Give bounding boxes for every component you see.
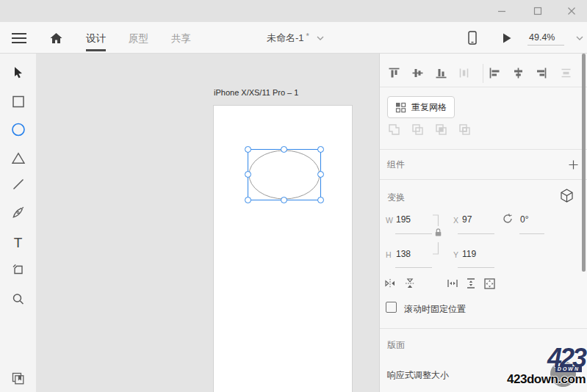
align-left-button[interactable] [489, 67, 501, 79]
artboard[interactable] [214, 106, 352, 392]
divider [380, 179, 587, 180]
resize-handle-nw[interactable] [245, 146, 251, 153]
flip-horizontal-button[interactable] [384, 277, 396, 289]
align-top-icon [388, 67, 400, 79]
divider [380, 149, 587, 150]
flip-horizontal-icon [384, 277, 396, 289]
align-right-icon [535, 67, 547, 79]
resize-handle-e[interactable] [317, 171, 324, 178]
menubar: 设计 原型 共享 未命名-1 * 49.4% [0, 22, 587, 54]
home-icon [49, 32, 63, 44]
desktop-preview-button[interactable] [502, 22, 512, 54]
3d-transform-button[interactable] [559, 188, 575, 203]
height-field[interactable]: 138 [396, 249, 411, 259]
zoom-level-value[interactable]: 49.4% [527, 31, 564, 46]
align-middle-vertical-icon [411, 67, 424, 79]
divider [519, 233, 544, 234]
x-field[interactable]: 97 [462, 214, 472, 225]
add-component-button[interactable] [568, 159, 579, 170]
align-middle-vertical-button[interactable] [411, 67, 424, 79]
rectangle-icon [12, 95, 24, 108]
repeat-grid-icon [395, 102, 406, 113]
align-center-horizontal-icon [512, 67, 525, 79]
resize-constraints-button[interactable] [483, 277, 496, 290]
resize-handle-se[interactable] [317, 197, 324, 203]
inspector-panel: 重复网格 [379, 54, 587, 392]
adobe-xd-window: 设计 原型 共享 未命名-1 * 49.4% [0, 0, 587, 392]
fix-height-icon [465, 277, 477, 289]
divider [395, 233, 432, 234]
tool-select[interactable] [12, 66, 24, 79]
rotation-control[interactable] [502, 213, 514, 225]
maximize-icon [533, 7, 542, 15]
boolean-union-button[interactable] [388, 123, 401, 137]
divider [380, 328, 587, 329]
mobile-phone-icon [468, 31, 477, 45]
flip-vertical-button[interactable] [404, 277, 416, 289]
tool-rectangle[interactable] [12, 95, 24, 108]
boolean-intersect-button[interactable] [435, 123, 448, 137]
ellipse-shape [248, 150, 320, 200]
hamburger-menu-button[interactable] [11, 22, 27, 54]
divider [483, 64, 483, 83]
hamburger-icon [11, 32, 27, 44]
line-icon [12, 178, 24, 190]
tool-text[interactable]: T [14, 235, 23, 251]
fix-height-button[interactable] [465, 277, 477, 289]
tool-line[interactable] [12, 178, 24, 190]
distribute-vertical-icon [560, 67, 572, 79]
design-canvas[interactable]: iPhone X/XS/11 Pro – 1 [36, 54, 379, 392]
maximize-button[interactable] [527, 0, 549, 22]
repeat-grid-button[interactable]: 重复网格 [387, 96, 455, 118]
align-top-button[interactable] [388, 67, 400, 79]
fix-position-checkbox[interactable] [386, 302, 397, 313]
boolean-intersect-icon [435, 123, 448, 137]
distribute-horizontal-button[interactable] [458, 67, 470, 79]
boolean-exclude-button[interactable] [458, 123, 472, 137]
distribute-vertical-button[interactable] [560, 67, 572, 79]
tool-zoom[interactable] [12, 293, 24, 305]
close-button[interactable] [561, 0, 583, 22]
resize-handle-w[interactable] [245, 171, 251, 178]
home-button[interactable] [49, 22, 63, 54]
divider [458, 233, 494, 234]
resize-handle-sw[interactable] [245, 197, 251, 203]
libraries-button[interactable] [12, 372, 25, 385]
fix-width-button[interactable] [447, 277, 458, 289]
tool-pen[interactable] [12, 206, 24, 219]
rotation-field[interactable]: 0° [520, 214, 528, 225]
document-title-dropdown[interactable]: 未命名-1 * [267, 22, 324, 54]
device-preview-button[interactable] [468, 22, 477, 54]
play-icon [502, 32, 512, 44]
panel-scrollbar[interactable] [582, 54, 586, 272]
resize-handle-s[interactable] [281, 197, 287, 203]
tab-share[interactable]: 共享 [171, 22, 191, 51]
boolean-subtract-button[interactable] [411, 123, 425, 137]
aspect-ratio-lock-toggle[interactable] [431, 214, 443, 255]
tab-design-label: 设计 [86, 32, 106, 46]
minimize-button[interactable] [491, 0, 513, 22]
y-field[interactable]: 119 [462, 249, 476, 259]
responsive-resize-label[interactable]: 响应式调整大小 [387, 369, 449, 382]
libraries-icon [12, 372, 25, 385]
resize-constraints-icon [483, 277, 496, 290]
fix-position-label: 滚动时固定位置 [404, 303, 466, 316]
resize-handle-n[interactable] [281, 146, 287, 153]
align-bottom-button[interactable] [435, 67, 447, 79]
tab-prototype[interactable]: 原型 [129, 22, 148, 51]
tool-artboard[interactable] [12, 264, 24, 276]
artboard-label[interactable]: iPhone X/XS/11 Pro – 1 [214, 88, 298, 97]
repeat-grid-label: 重复网格 [411, 101, 447, 114]
align-center-horizontal-button[interactable] [512, 67, 525, 79]
tab-design[interactable]: 设计 [86, 22, 106, 51]
cube-icon [559, 188, 575, 203]
width-field[interactable]: 195 [396, 214, 411, 225]
y-field-label: Y [453, 250, 458, 259]
selected-ellipse[interactable] [248, 149, 321, 200]
zoom-level-control[interactable]: 49.4% [527, 22, 583, 54]
resize-handle-ne[interactable] [317, 146, 324, 153]
tool-ellipse[interactable] [11, 123, 25, 137]
tool-polygon[interactable] [11, 152, 25, 164]
tools-sidebar: T [0, 54, 36, 392]
align-right-button[interactable] [535, 67, 547, 79]
